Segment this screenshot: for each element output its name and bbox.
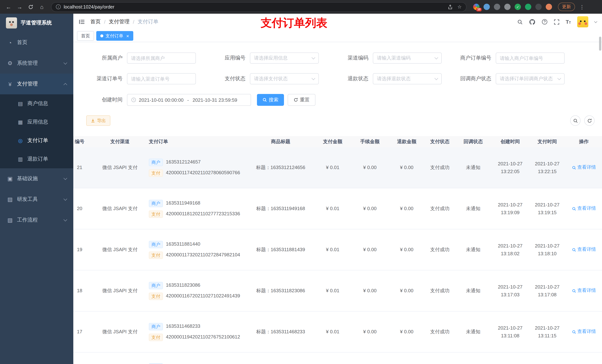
chevron-down-icon bbox=[64, 61, 67, 64]
tab-home[interactable]: 首页 bbox=[77, 31, 94, 41]
chrome-update-button[interactable]: 更新 bbox=[558, 3, 575, 11]
breadcrumb: 首页 / 支付管理 / 支付订单 bbox=[90, 19, 159, 25]
chevron-down-icon bbox=[64, 218, 67, 221]
filter-label: 支付状态 bbox=[200, 75, 250, 82]
chrome-menu-icon[interactable]: ⋮ bbox=[580, 4, 585, 10]
view-detail-link[interactable]: 查看详情 bbox=[572, 329, 596, 335]
home-icon[interactable]: ⌂ bbox=[37, 2, 47, 12]
breadcrumb-payment[interactable]: 支付管理 bbox=[109, 19, 129, 25]
merchant-order-no-input[interactable] bbox=[496, 52, 565, 64]
col-actions: 操作 bbox=[566, 138, 602, 145]
view-detail-link[interactable]: 查看详情 bbox=[572, 206, 596, 212]
sidebar-item-home[interactable]: ◔ 首页 bbox=[0, 32, 73, 53]
target-icon: ◎ bbox=[17, 138, 24, 144]
table-row: 20 微信 JSAPI 支付 商户1635311949168 支付4200001… bbox=[73, 188, 602, 229]
view-detail-link[interactable]: 查看详情 bbox=[572, 247, 596, 253]
sidebar-item-merchant-info[interactable]: ▤ 商户信息 bbox=[0, 94, 73, 113]
sidebar-item-workflow[interactable]: ▧ 工作流程 bbox=[0, 210, 73, 230]
font-size-icon[interactable]: TT bbox=[566, 19, 571, 25]
search-icon[interactable] bbox=[517, 19, 523, 25]
col-channel: 支付渠道 bbox=[96, 138, 144, 145]
create-time-range-picker[interactable]: 2021-10-01 00:00:00 - 2021-10-31 23:59:5… bbox=[127, 94, 251, 106]
table-row: 17 微信 JSAPI 支付 商户1635311468233 支付4200001… bbox=[73, 312, 602, 353]
search-icon bbox=[573, 118, 578, 123]
merchant-select[interactable] bbox=[127, 52, 196, 64]
sidebar-item-devtools[interactable]: ▨ 研发工具 bbox=[0, 189, 73, 210]
reset-button[interactable]: 重置 bbox=[288, 94, 315, 106]
fullscreen-icon[interactable] bbox=[554, 19, 559, 25]
search-button[interactable]: 搜索 bbox=[257, 94, 284, 106]
extension-icon-gray1[interactable] bbox=[494, 4, 500, 10]
back-icon[interactable]: ← bbox=[4, 2, 13, 12]
sidebar-item-pay-order[interactable]: ◎ 支付订单 bbox=[0, 131, 73, 150]
view-detail-link[interactable]: 查看详情 bbox=[572, 288, 596, 294]
extension-icon-check[interactable]: ✓ bbox=[515, 4, 521, 10]
refresh-button[interactable] bbox=[584, 115, 595, 126]
merchant-tag: 商户 bbox=[149, 363, 163, 364]
notify-status-select[interactable]: 请选择订单回调商户状态 bbox=[496, 73, 565, 84]
forward-icon[interactable]: → bbox=[15, 2, 24, 12]
sidebar-item-app-info[interactable]: ▦ 应用信息 bbox=[0, 113, 73, 131]
site-info-icon[interactable]: i bbox=[56, 4, 61, 9]
hamburger-icon[interactable] bbox=[78, 19, 85, 25]
date-start: 2021-10-01 00:00:00 bbox=[139, 97, 183, 103]
user-avatar[interactable] bbox=[577, 16, 588, 27]
merchant-tag: 商户 bbox=[149, 158, 163, 166]
chevron-up-icon bbox=[64, 83, 67, 87]
help-icon[interactable] bbox=[542, 19, 548, 25]
col-status: 支付状态 bbox=[425, 138, 455, 145]
toggle-search-button[interactable] bbox=[570, 115, 580, 126]
close-icon[interactable]: × bbox=[126, 33, 129, 39]
extension-icon-drop[interactable] bbox=[484, 4, 490, 10]
channel-order-no-input[interactable] bbox=[127, 73, 196, 84]
chevron-down-icon bbox=[434, 76, 438, 80]
sidebar-item-refund-order[interactable]: ▥ 退款订单 bbox=[0, 150, 73, 168]
pay-status-select[interactable]: 请选择支付状态 bbox=[250, 73, 319, 84]
profile-avatar[interactable] bbox=[546, 4, 552, 10]
extension-icon-gray2[interactable] bbox=[504, 4, 511, 10]
col-title: 商品标题 bbox=[247, 138, 314, 145]
export-button[interactable]: 导出 bbox=[86, 115, 110, 126]
chevron-down-icon bbox=[312, 56, 315, 59]
extension-icon-green[interactable] bbox=[525, 4, 531, 10]
extension-icon-dark[interactable] bbox=[535, 4, 542, 10]
card-icon: ▤ bbox=[17, 101, 24, 106]
app-logo[interactable]: 芋道管理系统 bbox=[0, 14, 73, 32]
payment-submenu: ▤ 商户信息 ▦ 应用信息 ◎ 支付订单 ▥ 退款订单 bbox=[0, 94, 73, 168]
clock-icon bbox=[131, 97, 136, 103]
search-icon bbox=[572, 248, 576, 252]
url-text: localhost:1024/pay/order bbox=[64, 4, 114, 10]
search-icon bbox=[572, 207, 576, 211]
github-icon[interactable] bbox=[529, 19, 535, 25]
share-icon[interactable] bbox=[448, 4, 453, 10]
sidebar-item-system[interactable]: ⚙ 系统管理 bbox=[0, 53, 73, 74]
search-icon bbox=[572, 330, 576, 334]
view-detail-link[interactable]: 查看详情 bbox=[572, 165, 596, 171]
sidebar-item-infra[interactable]: ▣ 基础设施 bbox=[0, 168, 73, 189]
extension-icons: 10 ✓ bbox=[473, 4, 552, 10]
breadcrumb-home[interactable]: 首页 bbox=[90, 19, 101, 25]
bookmark-star-icon[interactable]: ☆ bbox=[457, 4, 462, 10]
tab-pay-order[interactable]: 支付订单 × bbox=[96, 31, 133, 41]
sidebar-item-payment[interactable]: ¥ 支付管理 bbox=[0, 74, 73, 94]
table-header: 编号 支付渠道 支付订单 商品标题 支付金额 手续金额 退款金额 支付状态 回调… bbox=[73, 136, 602, 147]
channel-code-select[interactable]: 请输入渠道编码 bbox=[373, 52, 442, 64]
app-select[interactable]: 请选择应用信息 bbox=[250, 52, 319, 64]
header-icons: TT bbox=[517, 16, 602, 27]
chevron-down-icon bbox=[434, 56, 438, 59]
chevron-down-icon[interactable] bbox=[594, 20, 597, 23]
chevron-down-icon bbox=[557, 76, 561, 80]
breadcrumb-current: 支付订单 bbox=[138, 19, 159, 25]
refund-status-select[interactable]: 请选择退款状态 bbox=[373, 73, 442, 84]
refresh-icon bbox=[587, 118, 592, 123]
filter-label: 回调商户状态 bbox=[446, 75, 496, 82]
refresh-icon bbox=[294, 98, 298, 102]
dashboard-icon: ◔ bbox=[7, 39, 13, 46]
main-area: 首页 / 支付管理 / 支付订单 支付订单列表 bbox=[73, 14, 602, 364]
url-bar[interactable]: i localhost:1024/pay/order ☆ bbox=[51, 2, 466, 12]
reload-icon[interactable] bbox=[26, 2, 35, 12]
page-scrollbar-thumb[interactable] bbox=[599, 37, 601, 51]
extension-icon-colorwheel[interactable]: 10 bbox=[473, 4, 479, 10]
filter-label: 应用编号 bbox=[200, 55, 250, 62]
filter-label: 商户订单编号 bbox=[446, 55, 496, 62]
